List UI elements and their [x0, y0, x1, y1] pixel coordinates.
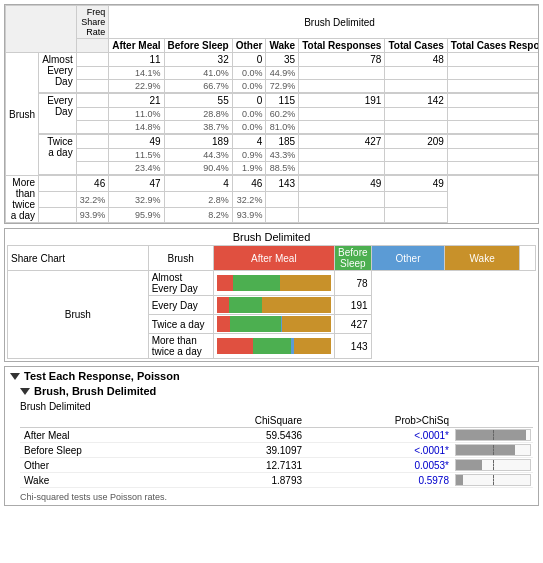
data-cell: 0.9% — [232, 149, 266, 162]
data-cell: 0.0% — [232, 67, 266, 80]
data-cell: 88.5% — [266, 162, 299, 175]
chart-bar-cell — [213, 271, 334, 296]
bar-segment-wake — [282, 316, 332, 332]
line-type-cell — [39, 176, 77, 192]
poisson-col-prob: Prob>ChiSq — [306, 414, 453, 428]
bar-segment-after-meal — [217, 275, 233, 291]
data-cell — [266, 192, 299, 207]
data-cell — [266, 207, 299, 222]
data-cell: 11 — [109, 53, 164, 67]
share-chart-label: Share Chart — [8, 246, 149, 271]
mini-bar-fill — [456, 430, 526, 440]
chart-bar-cell — [213, 315, 334, 334]
row-group-label: Twice a day — [39, 135, 77, 175]
bar-segment-before-sleep — [233, 275, 280, 291]
col-total-cases: Total Cases — [385, 39, 447, 53]
data-cell: 66.7% — [164, 80, 232, 93]
poisson-prob-value: <.0001* — [306, 428, 453, 443]
data-cell: 78 — [299, 53, 385, 67]
data-cell — [299, 80, 385, 93]
data-cell: 95.9% — [109, 207, 164, 222]
col-total-responses: Total Responses — [299, 39, 385, 53]
chart-col-other: Other — [371, 246, 445, 271]
col-other: Other — [232, 39, 266, 53]
line-type-cell — [76, 80, 109, 93]
data-cell: 49 — [109, 135, 164, 149]
data-cell: 11.5% — [109, 149, 164, 162]
bar-segment-before-sleep — [229, 297, 262, 313]
poisson-title: Test Each Response, Poisson — [10, 370, 533, 382]
data-cell: 81.0% — [266, 121, 299, 134]
data-cell: 185 — [266, 135, 299, 149]
data-cell: 28.8% — [164, 108, 232, 121]
data-cell: 191 — [299, 94, 385, 108]
data-cell: 209 — [447, 135, 539, 149]
line-type-cell — [76, 108, 109, 121]
col-after-meal: After Meal — [109, 39, 164, 53]
poisson-prob-value: 0.5978 — [306, 473, 453, 488]
data-cell: 72.9% — [266, 80, 299, 93]
chart-brush-label: Brush — [8, 271, 149, 359]
data-cell — [385, 149, 447, 162]
data-cell: 4 — [164, 176, 232, 192]
poisson-row: Wake1.87930.5978 — [20, 473, 533, 488]
poisson-chi-value: 12.7131 — [176, 458, 307, 473]
brush-row-label: Brush — [6, 53, 39, 176]
chart-count-header — [519, 246, 535, 271]
line-type-cell — [76, 162, 109, 175]
poisson-row-label: Wake — [20, 473, 176, 488]
line-type-cell — [76, 94, 109, 108]
brush-delimited-sub-label: Brush Delimited — [20, 401, 533, 412]
data-cell: 427 — [299, 135, 385, 149]
data-cell: 44.9% — [266, 67, 299, 80]
data-cell — [385, 80, 447, 93]
data-cell: 32.2% — [76, 192, 109, 207]
data-cell: 49 — [299, 176, 385, 192]
data-cell — [299, 162, 385, 175]
data-cell: 48 — [385, 53, 447, 67]
poisson-row-label: Other — [20, 458, 176, 473]
poisson-mini-bar — [453, 428, 533, 443]
bar-segment-wake — [262, 297, 331, 313]
data-cell: 32 — [164, 53, 232, 67]
data-cell — [299, 121, 385, 134]
chart-row-label: Almost Every Day — [148, 271, 213, 296]
share-chart-section: Brush Delimited Share Chart Brush After … — [4, 228, 539, 362]
data-cell: 14.1% — [109, 67, 164, 80]
poisson-chi-value: 59.5436 — [176, 428, 307, 443]
poisson-row-label: Before Sleep — [20, 443, 176, 458]
data-cell: 2.8% — [164, 192, 232, 207]
data-cell: 46 — [232, 176, 266, 192]
line-type-cell — [76, 135, 109, 149]
chart-row-count: 78 — [335, 271, 371, 296]
mini-bar-dashed-line — [493, 460, 494, 470]
data-cell: 48 — [447, 53, 539, 67]
collapse-icon[interactable] — [10, 373, 20, 380]
poisson-mini-bar — [453, 473, 533, 488]
data-cell — [299, 207, 385, 222]
collapse-sub-icon[interactable] — [20, 388, 30, 395]
bar-segment-after-meal — [217, 316, 230, 332]
data-cell: 1.9% — [232, 162, 266, 175]
data-cell — [299, 108, 385, 121]
data-cell: 115 — [266, 94, 299, 108]
chart-bar-cell — [213, 334, 334, 359]
data-cell — [299, 192, 385, 207]
row-group-label: More than twice a day — [6, 176, 39, 223]
chart-row-count: 427 — [335, 315, 371, 334]
data-cell: 0.0% — [232, 121, 266, 134]
line-type-cell — [76, 53, 109, 67]
data-cell: 23.4% — [109, 162, 164, 175]
poisson-content: Brush Delimited ChiSquare Prob>ChiSq Aft… — [10, 401, 533, 502]
data-cell: 142 — [385, 94, 447, 108]
bar-segment-before-sleep — [230, 316, 281, 332]
poisson-row-label: After Meal — [20, 428, 176, 443]
line-type-cell — [39, 192, 77, 207]
mini-bar-dashed-line — [493, 430, 494, 440]
mini-bar-fill — [456, 475, 463, 485]
row-group-label: Every Day — [39, 94, 77, 134]
data-cell: 46 — [76, 176, 109, 192]
col-before-sleep: Before Sleep — [164, 39, 232, 53]
data-cell: 60.2% — [266, 108, 299, 121]
data-cell: 143 — [266, 176, 299, 192]
